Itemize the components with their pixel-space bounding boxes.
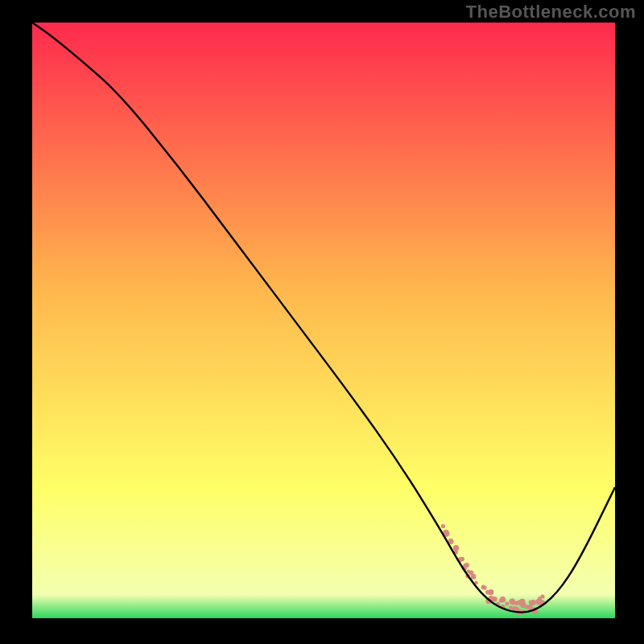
highlight-dot bbox=[520, 602, 526, 608]
highlight-dot bbox=[535, 598, 543, 605]
highlight-dot bbox=[540, 594, 544, 598]
highlight-dot bbox=[499, 599, 503, 603]
highlight-dot bbox=[515, 607, 519, 611]
plot-background bbox=[32, 23, 615, 618]
highlight-dot bbox=[453, 545, 459, 551]
highlight-dot bbox=[510, 600, 514, 604]
highlight-dot bbox=[529, 602, 533, 606]
watermark-text: TheBottleneck.com bbox=[466, 2, 636, 23]
highlight-dot bbox=[505, 602, 509, 606]
highlight-dot bbox=[481, 585, 486, 590]
highlight-dot bbox=[471, 574, 477, 580]
chart-frame: TheBottleneck.com bbox=[0, 0, 644, 644]
highlight-dot bbox=[509, 606, 513, 610]
bottleneck-chart bbox=[0, 0, 644, 644]
highlight-dot bbox=[467, 570, 470, 573]
highlight-dot bbox=[485, 590, 490, 595]
highlight-dot bbox=[441, 524, 445, 528]
highlight-dot bbox=[492, 597, 497, 602]
